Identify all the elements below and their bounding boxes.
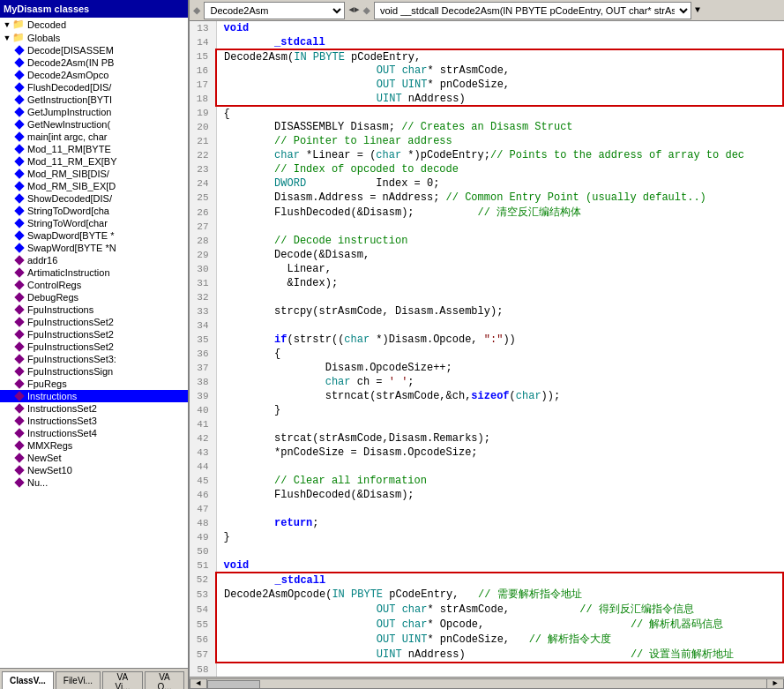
tree-item-mod11rm[interactable]: Mod_11_RM[BYTE [0, 143, 188, 155]
editor-toolbar: ◆ Decode2Asm ◄► ◆ void __stdcall Decode2… [190, 0, 784, 21]
code-line-55: OUT char* Opcode, // 解析机器码信息 [216, 617, 783, 632]
expander-globals[interactable]: ▼ [2, 34, 12, 42]
tree-item-decoded[interactable]: ▼ 📁 Decoded [0, 18, 188, 31]
tree-view: ▼ 📁 Decoded ▼ 📁 Globals Decode[DISASSEM … [0, 18, 188, 668]
tree-item-instructionsset2[interactable]: InstructionsSet2 [0, 402, 188, 415]
code-line-49: } [216, 530, 783, 544]
folder-icon-decoded: 📁 [12, 19, 25, 30]
expander-decoded[interactable]: ▼ [2, 20, 12, 29]
code-row-31: 31 &Index); [190, 276, 783, 290]
tree-item-instructions[interactable]: Instructions [0, 390, 188, 402]
tree-item-fpuinstructionsset2c[interactable]: FpuInstructionsSet2 [0, 341, 188, 353]
tab-vaview2[interactable]: VA O... [145, 671, 184, 689]
code-row-44: 44 [190, 460, 783, 474]
tree-item-fpuregs[interactable]: FpuRegs [0, 378, 188, 390]
tree-item-mod-rm-sib-ex[interactable]: Mod_RM_SIB_EX[D [0, 180, 188, 192]
member-dropdown[interactable]: void __stdcall Decode2Asm(IN PBYTE pCode… [374, 2, 691, 19]
code-row-45: 45 // Clear all information [190, 474, 783, 488]
code-row-19: 19 { [190, 106, 783, 120]
scroll-thumb[interactable] [207, 680, 260, 689]
tree-item-main[interactable]: main[int argc, char [0, 131, 188, 143]
diamond-icon-mod11rm [14, 144, 24, 154]
diamond-icon-fpuinstructionsset2c [14, 341, 24, 351]
tree-item-instructionsset4[interactable]: InstructionsSet4 [0, 427, 188, 439]
tree-label: ArtimaticInstruction [27, 267, 110, 278]
code-line-36: { [216, 347, 783, 361]
horizontal-scrollbar[interactable]: ◄ ► [190, 677, 784, 689]
tree-label: StringToWord[char [27, 218, 108, 228]
tree-label: Nu... [27, 477, 48, 488]
code-line-38: char ch = ' '; [216, 375, 783, 389]
tree-item-globals[interactable]: ▼ 📁 Globals [0, 31, 188, 44]
code-row-42: 42 strcat(strAsmCode,Disasm.Remarks); [190, 431, 783, 446]
tree-item-getinstruction[interactable]: GetInstruction[BYTI [0, 94, 188, 106]
tree-item-flushdecoded[interactable]: FlushDecoded[DIS/ [0, 81, 188, 94]
tree-item-mmxregs[interactable]: MMXRegs [0, 439, 188, 452]
line-num-27: 27 [190, 220, 216, 234]
function-dropdown[interactable]: Decode2Asm [204, 2, 345, 19]
tab-fileview[interactable]: FileVi... [56, 671, 101, 689]
tree-item-stringtodword[interactable]: StringToDword[cha [0, 205, 188, 217]
tree-item-swapdword[interactable]: SwapDword[BYTE * [0, 229, 188, 242]
tab-classview[interactable]: ClassV... [2, 671, 54, 689]
tree-item-showdecoded[interactable]: ShowDecoded[DIS/ [0, 192, 188, 205]
line-num-31: 31 [190, 276, 216, 290]
code-row-30: 30 Linear, [190, 262, 783, 276]
code-line-57: UINT nAddress) // 设置当前解析地址 [216, 647, 783, 663]
tree-item-decode2asm[interactable]: Decode2Asm(IN PB [0, 56, 188, 69]
line-num-14: 14 [190, 35, 216, 49]
code-line-32 [216, 290, 783, 304]
tree-item-newset[interactable]: NewSet [0, 452, 188, 464]
code-line-13: void [216, 21, 783, 35]
tree-item-instructionsset3[interactable]: InstructionsSet3 [0, 415, 188, 427]
member-icon: ◆ [362, 3, 370, 18]
diamond-icon-artimaticinstruction [14, 267, 24, 277]
tree-label: FlushDecoded[DIS/ [27, 82, 111, 93]
code-row-58: 58 [190, 663, 783, 677]
tree-label: Decode2Asm(IN PB [27, 57, 114, 68]
tree-item-getjumpinstruction[interactable]: GetJumpInstruction [0, 106, 188, 118]
diamond-icon-newset [14, 453, 24, 462]
right-panel: ◆ Decode2Asm ◄► ◆ void __stdcall Decode2… [190, 0, 784, 689]
code-line-37: Disasm.OpcodeSize++; [216, 361, 783, 375]
code-line-25: Disasm.Address = nAddress; // Common Ent… [216, 191, 783, 205]
code-line-56: OUT UINT* pnCodeSize, // 解析指令大度 [216, 632, 783, 647]
code-row-56: 56 OUT UINT* pnCodeSize, // 解析指令大度 [190, 632, 783, 647]
tree-label: NewSet10 [27, 465, 72, 476]
code-line-54: OUT char* strAsmCode, // 得到反汇编指令信息 [216, 602, 783, 617]
line-num-52: 52 [190, 573, 216, 587]
code-editor[interactable]: 13 void 14 _stdcall 15 Decode2Asm(IN PBY… [190, 21, 784, 677]
tree-item-addr16[interactable]: addr16 [0, 254, 188, 266]
scroll-right-button[interactable]: ► [766, 678, 784, 689]
diamond-icon-instructions [14, 391, 24, 401]
tab-vaview1[interactable]: VA Vi... [102, 671, 143, 689]
diamond-icon-debugregs [14, 292, 24, 302]
tree-item-debugregs[interactable]: DebugRegs [0, 291, 188, 303]
tree-label: GetInstruction[BYTI [27, 94, 112, 105]
tree-item-fpuinstructionsset3a[interactable]: FpuInstructionsSet3: [0, 353, 188, 365]
diamond-icon-mod-rm-sib [14, 169, 24, 178]
tree-item-mod-rm-sib[interactable]: Mod_RM_SIB[DIS/ [0, 168, 188, 180]
tree-item-stringtoword[interactable]: StringToWord[char [0, 217, 188, 229]
line-num-47: 47 [190, 502, 216, 516]
tree-label: Mod_RM_SIB_EX[D [27, 181, 116, 191]
tree-item-mod11rmex[interactable]: Mod_11_RM_EX[BY [0, 155, 188, 168]
tree-item-fpuinstructionsset2a[interactable]: FpuInstructionsSet2 [0, 316, 188, 328]
tree-item-nu[interactable]: Nu... [0, 476, 188, 489]
tree-item-decode2asmopcode[interactable]: Decode2AsmOpco [0, 69, 188, 81]
tree-item-newset10[interactable]: NewSet10 [0, 464, 188, 476]
tree-item-fpuinstructionssign[interactable]: FpuInstructionsSign [0, 365, 188, 378]
tree-item-artimaticinstruction[interactable]: ArtimaticInstruction [0, 266, 188, 279]
tree-item-getnewinstruction[interactable]: GetNewInstruction( [0, 118, 188, 131]
scroll-left-button[interactable]: ◄ [190, 678, 207, 689]
tree-item-fpuinstructionsset2b[interactable]: FpuInstructionsSet2 [0, 328, 188, 341]
tree-item-decode-disassem[interactable]: Decode[DISASSEM [0, 44, 188, 56]
code-row-22: 22 char *Linear = (char *)pCodeEntry;// … [190, 148, 783, 162]
scroll-track[interactable] [207, 678, 766, 689]
tree-item-controlregs[interactable]: ControlRegs [0, 279, 188, 291]
code-row-21: 21 // Pointer to linear address [190, 134, 783, 148]
code-line-34 [216, 318, 783, 333]
tree-item-fpuinstructions[interactable]: FpuInstructions [0, 303, 188, 316]
tree-item-swapword[interactable]: SwapWord[BYTE *N [0, 242, 188, 254]
diamond-icon-decode-disassem [14, 45, 24, 55]
